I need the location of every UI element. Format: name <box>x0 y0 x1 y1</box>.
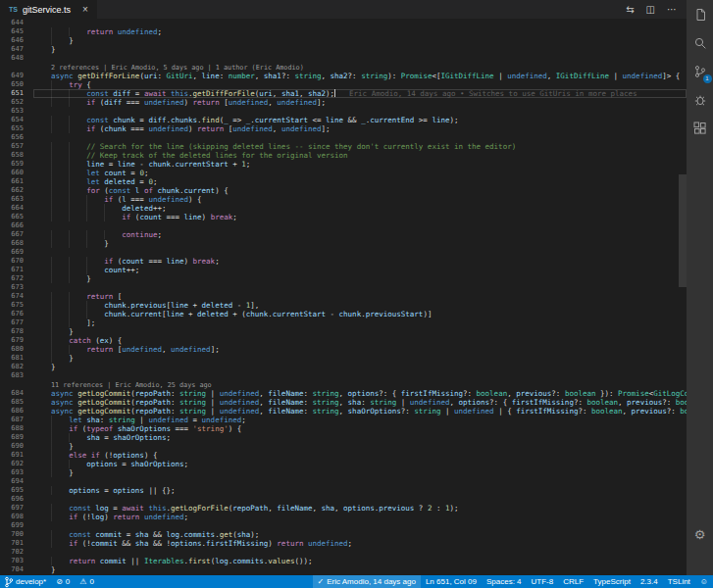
code-text: const log = await this.getLogForFile(rep… <box>33 504 687 513</box>
git-branch-status[interactable]: develop* <box>0 575 51 588</box>
line-number: 667 <box>0 230 33 239</box>
code-line[interactable]: 690 } <box>0 442 687 451</box>
codelens-row[interactable]: 2 references | Eric Amodio, 5 days ago |… <box>0 63 687 72</box>
codelens-text[interactable]: 11 references | Eric Amodio, 25 days ago <box>33 380 687 389</box>
code-line[interactable]: 701 if (!commit && sha && !options.first… <box>0 539 687 548</box>
code-line[interactable]: 691 else if (!options) { <box>0 451 687 460</box>
code-line[interactable]: 652 if (diff === undefined) return [unde… <box>0 98 687 107</box>
code-line[interactable]: 679 catch (ex) { <box>0 336 687 345</box>
code-line[interactable]: 698 if (!log) return undefined; <box>0 513 687 521</box>
code-line[interactable]: 648 <box>0 54 687 63</box>
code-line[interactable]: 685 async getLogCommit(repoPath: string … <box>0 398 687 407</box>
code-line[interactable]: 703 return commit || Iterables.first(log… <box>0 557 687 565</box>
errors-status[interactable]: ⊘0 <box>51 575 75 588</box>
codelens-row[interactable]: 11 references | Eric Amodio, 25 days ago <box>0 380 687 389</box>
code-line[interactable]: 689 sha = shaOrOptions; <box>0 433 687 442</box>
files-icon[interactable] <box>692 7 708 23</box>
code-text: if (l === undefined) { <box>33 195 687 204</box>
code-line[interactable]: 695 options = options || {}; <box>0 486 687 495</box>
code-line[interactable]: 678 } <box>0 327 687 336</box>
line-number: 647 <box>0 45 33 54</box>
code-line[interactable]: 661 let deleted = 0; <box>0 177 687 186</box>
tslint-status[interactable]: TSLint <box>663 575 695 588</box>
code-line[interactable]: 692 options = shaOrOptions; <box>0 460 687 468</box>
code-line[interactable]: 657 // Search for the line (skipping del… <box>0 142 687 151</box>
code-line[interactable]: 655 if (chunk === undefined) return [und… <box>0 124 687 133</box>
code-line[interactable]: 658 // Keep track of the deleted lines f… <box>0 151 687 160</box>
split-editor-icon[interactable]: ◫ <box>646 4 655 15</box>
code-line[interactable]: 673 <box>0 283 687 292</box>
code-line[interactable]: 700 const commit = sha && log.commits.ge… <box>0 530 687 539</box>
code-line[interactable]: 659 line = line - chunk.currentStart + 1… <box>0 160 687 169</box>
code-line[interactable]: 681 } <box>0 354 687 363</box>
editor-scrollbar[interactable] <box>679 37 687 575</box>
code-line[interactable]: 683 <box>0 371 687 380</box>
scrollbar-thumb[interactable] <box>679 174 687 287</box>
code-line[interactable]: 663 if (l === undefined) { <box>0 195 687 204</box>
code-line[interactable]: 682 } <box>0 363 687 371</box>
more-actions-icon[interactable]: ⋯ <box>667 4 677 15</box>
line-number: 687 <box>0 416 33 424</box>
code-line[interactable]: 699 <box>0 521 687 530</box>
code-line[interactable]: 665 if (count === line) break; <box>0 213 687 221</box>
feedback-status[interactable]: ☺ <box>695 575 713 588</box>
code-line[interactable]: 664 deleted++; <box>0 204 687 213</box>
code-line[interactable]: 697 const log = await this.getLogForFile… <box>0 504 687 513</box>
search-icon[interactable] <box>692 35 708 51</box>
code-editor[interactable]: 644645 return undefined;646 }647 }648 2 … <box>0 19 687 575</box>
code-line[interactable]: 653 <box>0 107 687 116</box>
code-line[interactable]: 680 return [undefined, undefined]; <box>0 345 687 354</box>
code-line[interactable]: 684 async getLogCommit(repoPath: string … <box>0 389 687 398</box>
version-status[interactable]: 2.3.4 <box>636 575 663 588</box>
language-status[interactable]: TypeScript <box>588 575 636 588</box>
code-line[interactable]: 670 if (count === line) break; <box>0 257 687 266</box>
close-tab-icon[interactable]: × <box>82 4 88 15</box>
cursor-position-status[interactable]: Ln 651, Col 09 <box>421 575 482 588</box>
extensions-icon[interactable] <box>692 121 708 136</box>
line-number: 671 <box>0 266 33 274</box>
indentation-status[interactable]: Spaces: 4 <box>482 575 527 588</box>
code-line[interactable]: 651 const diff = await this.getDiffForFi… <box>0 89 687 98</box>
code-text: sha = shaOrOptions; <box>33 433 687 442</box>
code-line[interactable]: 686 async getLogCommit(repoPath: string … <box>0 407 687 416</box>
settings-gear-icon[interactable]: ⚙ <box>692 526 708 542</box>
code-line[interactable]: 696 <box>0 495 687 504</box>
encoding-status[interactable]: UTF-8 <box>527 575 559 588</box>
code-line[interactable]: 650 try { <box>0 80 687 89</box>
code-line[interactable]: 660 let count = 0; <box>0 169 687 177</box>
codelens-text[interactable]: 2 references | Eric Amodio, 5 days ago |… <box>33 63 687 72</box>
code-line[interactable]: 666 <box>0 221 687 230</box>
code-line[interactable]: 647 } <box>0 45 687 54</box>
code-line[interactable]: 674 return [ <box>0 292 687 301</box>
code-line[interactable]: 667 continue; <box>0 230 687 239</box>
code-line[interactable]: 672 } <box>0 274 687 283</box>
line-number: 672 <box>0 274 33 283</box>
code-line[interactable]: 694 <box>0 477 687 486</box>
open-changes-icon[interactable]: ⇆ <box>626 4 634 15</box>
code-line[interactable]: 676 chunk.current[line + deleted + (chun… <box>0 310 687 318</box>
code-line[interactable]: 693 } <box>0 468 687 477</box>
source-control-icon[interactable]: 1 <box>692 64 708 79</box>
code-line[interactable]: 675 chunk.previous[line + deleted - 1], <box>0 301 687 310</box>
tab-gitservice[interactable]: TS gitService.ts × <box>0 0 97 19</box>
code-line[interactable]: 656 <box>0 133 687 142</box>
code-line[interactable]: 649 async getDiffForLine(uri: GitUri, li… <box>0 72 687 80</box>
warnings-status[interactable]: ⚠0 <box>75 575 99 588</box>
debug-icon[interactable] <box>692 92 708 108</box>
gitlens-blame-status[interactable]: ✓Eric Amodio, 14 days ago <box>313 575 421 588</box>
code-line[interactable]: 671 count++; <box>0 266 687 274</box>
code-line[interactable]: 654 const chunk = diff.chunks.find(_ => … <box>0 116 687 124</box>
code-line[interactable]: 702 <box>0 548 687 557</box>
code-line[interactable]: 677 ]; <box>0 318 687 327</box>
code-line[interactable]: 687 let sha: string | undefined = undefi… <box>0 416 687 424</box>
code-line[interactable]: 662 for (const l of chunk.current) { <box>0 186 687 195</box>
code-line[interactable]: 645 return undefined; <box>0 27 687 36</box>
code-line[interactable]: 669 <box>0 248 687 257</box>
code-line[interactable]: 646 } <box>0 36 687 45</box>
code-line[interactable]: 644 <box>0 19 687 27</box>
code-line[interactable]: 688 if (typeof shaOrOptions === 'string'… <box>0 424 687 433</box>
eol-status[interactable]: CRLF <box>558 575 588 588</box>
code-line[interactable]: 704 } <box>0 565 687 574</box>
code-line[interactable]: 668 } <box>0 239 687 248</box>
line-number: 673 <box>0 283 33 292</box>
